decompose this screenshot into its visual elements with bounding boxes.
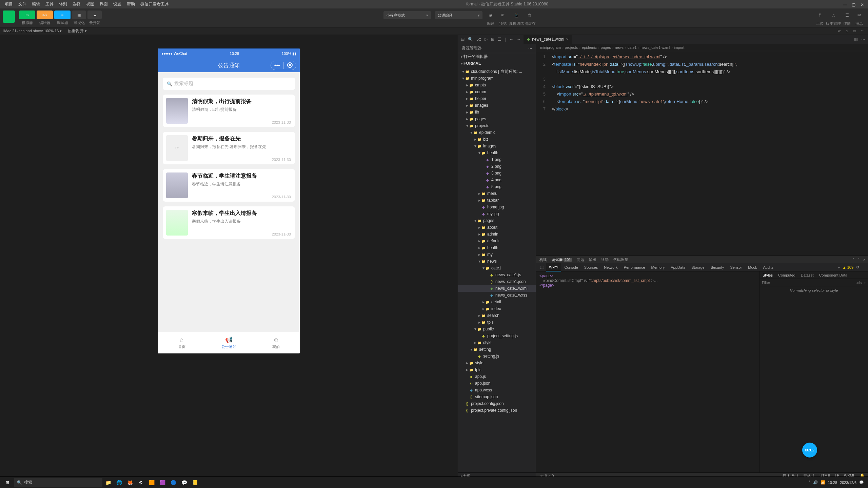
minimize-button[interactable]: — — [843, 2, 847, 6]
element-picker-icon[interactable]: ⬚ — [538, 265, 546, 269]
remote-debug-button[interactable]: 📱 — [512, 11, 521, 19]
debug-icon[interactable]: ▷ — [485, 37, 488, 42]
tree-item[interactable]: ▸📁default — [458, 238, 536, 244]
ext-icon[interactable]: ⊞ — [491, 37, 494, 42]
devtools-tab[interactable]: Memory — [649, 263, 668, 271]
devtools-tab[interactable]: Audits — [761, 263, 776, 271]
debugger-toggle[interactable]: ⌗ — [54, 11, 71, 19]
menu-item[interactable]: 设置 — [111, 1, 124, 7]
tree-item[interactable]: {}sitemap.json — [458, 393, 536, 400]
tree-item[interactable]: ◆my.jpg — [458, 210, 536, 217]
devtools-more-icon[interactable]: » — [838, 265, 840, 269]
close-button[interactable]: ✕ — [861, 2, 865, 6]
devtools-tab[interactable]: Network — [601, 263, 620, 271]
tree-item[interactable]: ◆project_setting.js — [458, 332, 536, 339]
tree-item[interactable]: ▸📁tabbar — [458, 197, 536, 204]
taskbar-app[interactable]: 💬 — [179, 477, 189, 488]
messages-button[interactable]: ✉ — [854, 11, 864, 19]
tree-item[interactable]: ▾📁images — [458, 143, 536, 149]
upload-button[interactable]: ⤒ — [815, 11, 825, 19]
code-editor[interactable]: 12 34567 <import src="../../../../../tpl… — [536, 51, 868, 256]
tree-item[interactable]: ◆setting.js — [458, 353, 536, 360]
tree-item[interactable]: ▸📁tpls — [458, 366, 536, 373]
tree-item[interactable]: ▾📁cloudfunctions | 当前环境: ... — [458, 68, 536, 75]
devtools-close-icon[interactable]: × — [863, 258, 865, 262]
menu-item[interactable]: 工具 — [43, 1, 56, 7]
tree-item[interactable]: ▸📁search — [458, 312, 536, 319]
tree-item[interactable]: {}project.private.config.json — [458, 407, 536, 414]
cls-toggle[interactable]: .cls — [856, 281, 862, 285]
nav-fwd-icon[interactable]: → — [517, 37, 521, 42]
sim-more-icon[interactable]: ⋯ — [861, 29, 865, 33]
phone-body[interactable]: 搜索标题 清明假期，出行提前报备 清明假期，出行提前报备 2023-11-30⟳… — [158, 72, 300, 332]
hot-reload-toggle[interactable]: 热重载 开 ▾ — [68, 28, 87, 34]
compile-mode-select[interactable]: 普通编译 — [435, 11, 482, 19]
sim-refresh-icon[interactable]: ⟳ — [838, 29, 841, 33]
project-root[interactable]: FORMAL — [463, 61, 481, 66]
tree-item[interactable]: ◆1.png — [458, 156, 536, 163]
devtools-menu-icon[interactable]: ⋮ — [862, 265, 866, 269]
tree-item[interactable]: ▾📁health — [458, 149, 536, 156]
tab-my[interactable]: ☺我的 — [253, 332, 300, 353]
menu-item[interactable]: 文件 — [16, 1, 29, 7]
menu-item[interactable]: 编辑 — [29, 1, 43, 7]
tree-item[interactable]: ▾📁cate1 — [458, 265, 536, 271]
styles-tab[interactable]: Styles — [760, 273, 775, 277]
devtools-mode-tab[interactable]: 终端 — [601, 257, 609, 262]
nav-back-icon[interactable]: ← — [509, 37, 513, 42]
tree-item[interactable]: ▸📁style — [458, 360, 536, 366]
devtools-tab[interactable]: Wxml — [546, 263, 561, 271]
taskbar-search[interactable]: 🔍 搜索 — [14, 478, 102, 487]
menu-item[interactable]: 微信开发者工具 — [138, 1, 172, 7]
tree-item[interactable]: ▾📁epidemic — [458, 129, 536, 136]
search-input[interactable]: 搜索标题 — [163, 78, 295, 90]
details-button[interactable]: ☰ — [842, 11, 852, 19]
tree-item[interactable]: {}project.config.json — [458, 400, 536, 407]
tab-home[interactable]: ⌂首页 — [158, 332, 205, 353]
devtools-settings-icon[interactable]: ⚙ — [856, 265, 860, 269]
start-button[interactable]: ⊞ — [1, 477, 14, 488]
devtools-mode-tab[interactable]: 构建 — [539, 257, 547, 262]
taskbar-app[interactable]: 📒 — [190, 477, 200, 488]
tree-item[interactable]: {}news_cate1.json — [458, 278, 536, 285]
taskbar-app[interactable]: 🌐 — [114, 477, 124, 488]
tree-item[interactable]: ◆3.png — [458, 170, 536, 177]
open-editors-section[interactable]: 打开的编辑器 — [463, 54, 488, 60]
crumb-segment[interactable]: cate1 — [628, 45, 637, 49]
news-card[interactable]: 春节临近，学生请注意报备 春节临近，学生请注意报备 2023-11-30 — [163, 169, 295, 202]
project-avatar[interactable] — [3, 11, 15, 23]
devtools-expand-icon[interactable]: ˅ — [858, 258, 860, 262]
styles-tab[interactable]: Component Data — [816, 273, 850, 277]
tab-close-icon[interactable]: × — [566, 37, 569, 42]
tree-item[interactable]: ◆5.png — [458, 183, 536, 190]
menu-item[interactable]: 帮助 — [124, 1, 138, 7]
devtools-tab[interactable]: Sources — [581, 263, 600, 271]
tree-item[interactable]: {}app.json — [458, 380, 536, 387]
tree-item[interactable]: ◆2.png — [458, 163, 536, 170]
tree-item[interactable]: ▾📁projects — [458, 122, 536, 129]
devtools-mode-tab[interactable]: 输出 — [589, 257, 596, 262]
warning-badge[interactable]: ▲ 109 — [843, 265, 853, 269]
explorer-toggle-icon[interactable]: ▤ — [461, 37, 465, 42]
menu-item[interactable]: 转到 — [56, 1, 70, 7]
visual-toggle[interactable]: ▦ — [72, 11, 86, 19]
tree-item[interactable]: ▸📁detail — [458, 299, 536, 305]
crumb-segment[interactable]: miniprogram — [540, 45, 561, 49]
simulator-toggle[interactable]: ▭ — [19, 11, 35, 19]
tree-item[interactable]: ◆news_cate1.wxss — [458, 292, 536, 299]
tree-item[interactable]: ▸📁menu — [458, 190, 536, 197]
taskbar-app[interactable]: 🔵 — [168, 477, 178, 488]
tree-item[interactable]: ▾📁setting — [458, 346, 536, 353]
tree-item[interactable]: ◆app.wxss — [458, 387, 536, 393]
taskbar-app[interactable]: 📁 — [103, 477, 113, 488]
tree-item[interactable]: ▾📁miniprogram — [458, 75, 536, 82]
tree-item[interactable]: ▸📁biz — [458, 136, 536, 143]
styles-tab[interactable]: Dataset — [798, 273, 816, 277]
crumb-segment[interactable]: epidemic — [582, 45, 597, 49]
news-card[interactable]: 清明假期，出行提前报备 清明假期，出行提前报备 2023-11-30 — [163, 95, 295, 127]
split-editor-icon[interactable]: ▥ — [854, 37, 858, 42]
devtools-mode-tab[interactable]: 问题 — [577, 257, 584, 262]
devtools-tab[interactable]: Performance — [621, 263, 648, 271]
capsule-close-icon[interactable] — [283, 62, 296, 69]
news-card[interactable]: 寒假来临，学生出入请报备 寒假来临，学生出入请报备 2023-11-30 — [163, 206, 295, 239]
